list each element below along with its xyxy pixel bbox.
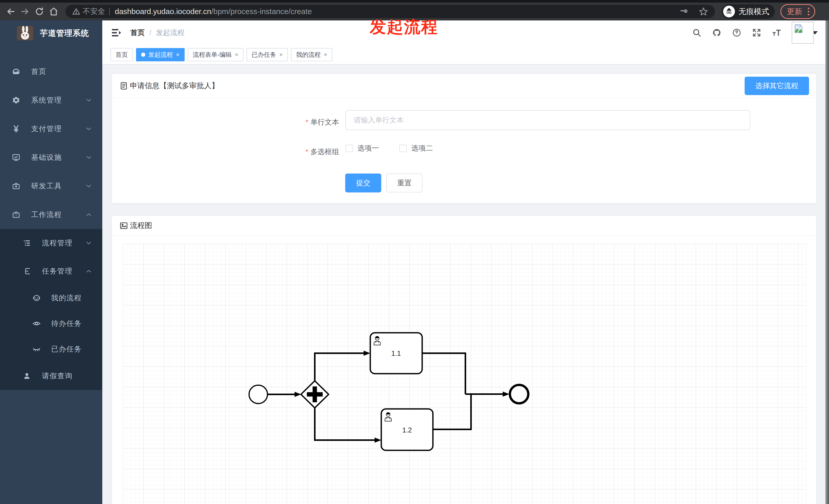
sidebar-item-label: 流程管理	[42, 238, 73, 248]
browser-scrollbar[interactable]	[825, 21, 829, 504]
main-area: 首页 / 发起流程 首页 发起流程 × 流程表	[102, 21, 829, 504]
briefcase-icon	[12, 210, 21, 219]
breadcrumb: 首页 / 发起流程	[131, 28, 185, 38]
submit-button[interactable]: 提交	[345, 173, 381, 192]
sidebar-item-label: 请假查询	[42, 371, 73, 381]
tab-close-icon[interactable]: ×	[324, 52, 327, 58]
document-icon	[119, 81, 129, 90]
picture-icon	[119, 221, 129, 230]
app-logo[interactable]: 芋道管理系统	[0, 21, 102, 46]
security-label: 不安全	[83, 6, 105, 16]
user-avatar[interactable]	[792, 22, 814, 44]
github-icon[interactable]	[712, 28, 722, 38]
start-event-node[interactable]	[249, 385, 267, 403]
parallel-gateway-node[interactable]	[301, 381, 329, 408]
sidebar-item-label: 工作流程	[31, 210, 62, 220]
browser-toolbar: 不安全 dashboard.yudao.iocoder.cn/bpm/proce…	[0, 3, 829, 21]
help-icon[interactable]	[732, 28, 742, 38]
task-label: 1.1	[391, 350, 401, 357]
home-icon[interactable]	[46, 4, 61, 18]
single-line-text-input[interactable]	[346, 110, 750, 130]
text-field-label: 单行文本	[262, 117, 339, 127]
user-task-1-1-node[interactable]: 1.1	[370, 333, 422, 374]
monitor-icon	[12, 153, 21, 162]
sidebar-item-todo-tasks[interactable]: 待办任务	[0, 311, 102, 336]
update-button[interactable]: 更新	[781, 4, 815, 19]
chevron-down-icon	[85, 183, 92, 189]
sidebar-item-done-tasks[interactable]: 已办任务	[0, 336, 102, 362]
chevron-up-icon	[85, 268, 92, 274]
process-form: 单行文本 多选框组 选项一 选项二	[112, 98, 816, 203]
sidebar-item-label: 支付管理	[31, 124, 62, 134]
search-icon[interactable]	[692, 28, 702, 38]
navbar-actions	[692, 22, 829, 44]
reload-icon[interactable]	[32, 4, 46, 18]
chevron-down-icon	[85, 97, 92, 104]
breadcrumb-separator: /	[149, 29, 151, 37]
chevron-down-icon	[85, 240, 92, 246]
breadcrumb-home[interactable]: 首页	[131, 28, 145, 38]
fontsize-icon[interactable]	[772, 28, 782, 38]
sidebar-item-workflow[interactable]: 工作流程	[0, 200, 102, 229]
sidebar-item-system[interactable]: 系统管理	[0, 86, 102, 115]
checkbox-icon[interactable]	[399, 145, 407, 152]
sidebar-item-home[interactable]: 首页	[0, 57, 102, 86]
sidebar-item-payment[interactable]: 支付管理	[0, 115, 102, 143]
choose-other-process-button[interactable]: 选择其它流程	[745, 77, 809, 95]
sidebar-item-label: 已办任务	[51, 344, 82, 354]
reset-button[interactable]: 重置	[386, 173, 423, 192]
checkbox-option-2[interactable]: 选项二	[399, 143, 433, 153]
checkbox-icon[interactable]	[346, 145, 353, 152]
chevron-down-icon	[85, 154, 92, 161]
browser-menu-icon[interactable]	[806, 7, 812, 16]
checkbox-label: 选项二	[411, 143, 433, 153]
url-divider	[109, 8, 110, 15]
apply-info-card-header: 申请信息【测试多审批人】 选择其它流程	[112, 74, 816, 98]
flow-diagram-card: 流程图	[112, 216, 817, 504]
sidebar-item-label: 待办任务	[51, 319, 82, 328]
not-secure-warning-icon	[72, 7, 80, 15]
sidebar-item-label: 基础设施	[31, 153, 62, 162]
tab-create-process[interactable]: 发起流程 ×	[136, 48, 185, 61]
gear-icon	[12, 96, 21, 105]
card-title: 流程图	[130, 221, 152, 231]
tab-close-icon[interactable]: ×	[279, 52, 283, 58]
active-tab-dot	[141, 53, 145, 57]
bookmark-star-icon[interactable]	[698, 7, 708, 16]
sidebar-item-devtools[interactable]: 研发工具	[0, 172, 102, 200]
tab-close-icon[interactable]: ×	[235, 52, 238, 58]
tab-label: 我的流程	[296, 51, 321, 59]
back-icon[interactable]	[4, 4, 18, 18]
incognito-badge: 无痕模式	[722, 4, 775, 18]
tab-label: 发起流程	[148, 51, 173, 59]
top-navbar: 首页 / 发起流程	[102, 21, 829, 45]
password-key-icon[interactable]	[680, 7, 689, 16]
fullscreen-icon[interactable]	[752, 28, 761, 38]
url-bar[interactable]: 不安全 dashboard.yudao.iocoder.cn/bpm/proce…	[66, 5, 715, 18]
workflow-submenu: 流程管理 任务管理 我的流程 待办任务 已办任务 请假	[0, 229, 102, 390]
eye-icon	[32, 319, 41, 328]
sidebar-item-my-process[interactable]: 我的流程	[0, 285, 102, 311]
sidebar-item-infrastructure[interactable]: 基础设施	[0, 143, 102, 172]
chevron-up-icon	[85, 211, 92, 218]
sidebar-item-leave-query[interactable]: 请假查询	[0, 362, 102, 390]
tab-my-process[interactable]: 我的流程 ×	[291, 48, 332, 61]
logo-rabbit-image	[17, 26, 33, 40]
url-path: /bpm/process-instance/create	[211, 7, 312, 15]
tab-form-edit[interactable]: 流程表单-编辑 ×	[188, 48, 244, 61]
sidebar-item-task-mgmt[interactable]: 任务管理	[0, 257, 102, 285]
tab-close-icon[interactable]: ×	[176, 52, 180, 58]
sidebar-item-label: 任务管理	[42, 266, 73, 276]
tab-done-tasks[interactable]: 已办任务 ×	[247, 48, 288, 61]
checkbox-option-1[interactable]: 选项一	[346, 143, 379, 153]
forward-icon[interactable]	[18, 4, 32, 18]
tab-home[interactable]: 首页	[110, 48, 133, 61]
sidebar-collapse-icon[interactable]	[110, 27, 122, 39]
user-task-1-2-node[interactable]: 1.2	[381, 409, 433, 450]
toolbox-icon	[12, 182, 21, 190]
sidebar-item-process-mgmt[interactable]: 流程管理	[0, 229, 102, 257]
tags-view-bar: 首页 发起流程 × 流程表单-编辑 × 已办任务 × 我的流程 ×	[102, 45, 829, 65]
bpmn-canvas[interactable]: 1.1 1.2	[123, 244, 806, 504]
end-event-node[interactable]	[510, 385, 528, 403]
chevron-down-icon	[85, 125, 92, 132]
